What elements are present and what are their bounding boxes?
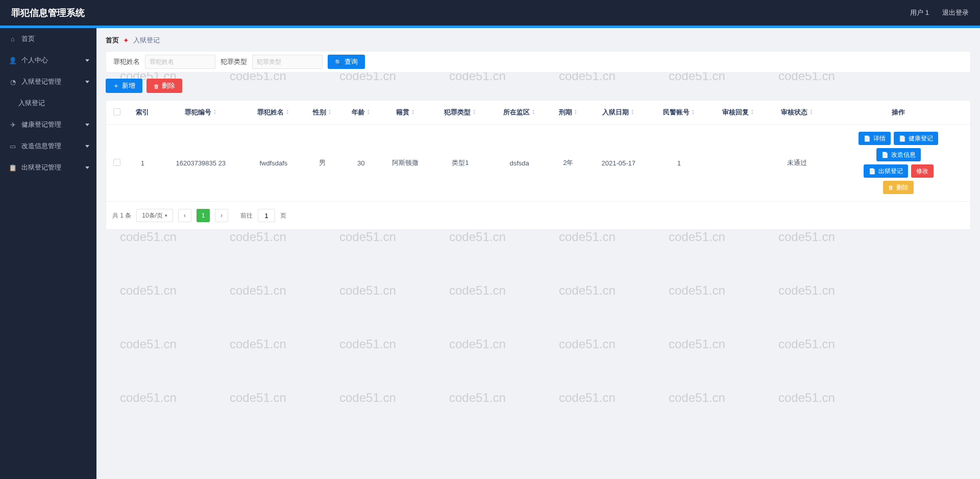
th-sentence[interactable]: 刑期 <box>549 101 588 125</box>
th-ops: 操作 <box>827 101 970 125</box>
sidebar-item-admission-mgmt[interactable]: ◔入狱登记管理 <box>0 71 96 92</box>
sidebar-item-label: 个人中心 <box>21 56 48 65</box>
add-button[interactable]: 新增 <box>106 79 142 93</box>
sidebar-item-reform-mgmt[interactable]: ▭改造信息管理 <box>0 135 96 157</box>
th-reply[interactable]: 审核回复 <box>708 101 768 125</box>
cell-native: 阿斯顿撒 <box>380 125 431 202</box>
pager-page-1[interactable]: 1 <box>197 209 210 222</box>
box-icon: ▭ <box>9 142 16 150</box>
cell-sex: 男 <box>303 125 342 202</box>
sidebar-item-label: 入狱登记 <box>18 99 45 108</box>
sort-icon <box>328 109 332 115</box>
doc-icon <box>899 135 906 142</box>
op-edit-button[interactable]: 修改 <box>911 164 934 178</box>
select-all-checkbox[interactable] <box>113 108 120 115</box>
plus-icon <box>113 81 119 90</box>
breadcrumb: 首页 ✦ 入狱登记 <box>106 36 971 45</box>
data-table-card: 索引 罪犯编号 罪犯姓名 性别 年龄 籍贯 犯罪类型 所在监区 刑期 入狱日期 … <box>106 100 971 230</box>
user-icon: 👤 <box>9 57 16 64</box>
sort-icon <box>213 109 217 115</box>
cell-age: 30 <box>341 125 380 202</box>
search-input-name[interactable] <box>145 55 215 69</box>
cell-name: fwdfsdafs <box>244 125 303 202</box>
row-checkbox[interactable] <box>113 159 120 166</box>
breadcrumb-home[interactable]: 首页 <box>106 36 119 45</box>
trash-icon <box>154 82 159 90</box>
sidebar-item-label: 健康登记管理 <box>21 120 61 129</box>
search-input-type[interactable] <box>252 55 323 69</box>
cell-index: 1 <box>128 125 158 202</box>
pager-goto-input[interactable] <box>258 209 275 222</box>
sort-icon <box>411 109 415 115</box>
sidebar-item-home[interactable]: ⌂首页 <box>0 28 96 50</box>
cell-reply <box>708 125 768 202</box>
app-header: 罪犯信息管理系统 用户 1 退出登录 <box>0 0 980 26</box>
th-name[interactable]: 罪犯姓名 <box>244 101 303 125</box>
breadcrumb-current: 入狱登记 <box>133 36 160 45</box>
sort-icon <box>809 109 813 115</box>
sidebar-item-admission[interactable]: 入狱登记 <box>0 92 96 114</box>
op-delete-button[interactable]: 删除 <box>883 181 914 194</box>
op-reform-button[interactable]: 改造信息 <box>876 148 921 161</box>
pager-perpage[interactable]: 10条/页 ▾ <box>136 209 173 222</box>
cell-police: 1 <box>649 125 708 202</box>
cell-status: 未通过 <box>768 125 827 202</box>
main-content: 首页 ✦ 入狱登记 罪犯姓名 犯罪类型 查询 新增 删除 索引 罪犯编号 罪犯姓… <box>96 28 980 479</box>
home-icon: ⌂ <box>9 35 16 42</box>
sort-icon <box>750 109 754 115</box>
toolbar: 新增 删除 <box>106 79 971 93</box>
sidebar-item-label: 改造信息管理 <box>21 141 61 151</box>
header-user[interactable]: 用户 1 <box>910 8 929 17</box>
sidebar-item-profile[interactable]: 👤个人中心 <box>0 50 96 71</box>
delete-button[interactable]: 删除 <box>146 79 182 93</box>
th-index[interactable]: 索引 <box>128 101 158 125</box>
pager-prev[interactable]: ‹ <box>178 209 191 222</box>
sort-icon <box>472 109 476 115</box>
pager-goto-label: 前往 <box>240 211 253 220</box>
ops-cell: 详情 健康登记 改造信息 出狱登记 修改 删除 <box>855 132 942 194</box>
th-sex[interactable]: 性别 <box>303 101 342 125</box>
cell-no: 16203739835 23 <box>158 125 244 202</box>
doc-icon <box>864 135 871 142</box>
sort-icon <box>630 109 634 115</box>
cell-type: 类型1 <box>431 125 490 202</box>
search-icon <box>335 58 342 66</box>
th-native[interactable]: 籍贯 <box>380 101 431 125</box>
th-date[interactable]: 入狱日期 <box>587 101 649 125</box>
header-logout[interactable]: 退出登录 <box>942 8 969 17</box>
wrench-icon: ✦ <box>123 36 129 44</box>
pager-total: 共 1 条 <box>112 211 131 220</box>
th-age[interactable]: 年龄 <box>341 101 380 125</box>
th-police[interactable]: 民警账号 <box>649 101 708 125</box>
sort-icon <box>574 109 578 115</box>
sidebar-item-health-mgmt[interactable]: ✈健康登记管理 <box>0 114 96 135</box>
sort-icon <box>366 109 371 115</box>
op-detail-button[interactable]: 详情 <box>859 132 891 145</box>
send-icon: ✈ <box>9 121 16 128</box>
table-header-row: 索引 罪犯编号 罪犯姓名 性别 年龄 籍贯 犯罪类型 所在监区 刑期 入狱日期 … <box>106 101 970 125</box>
app-title: 罪犯信息管理系统 <box>11 7 85 19</box>
cell-sentence: 2年 <box>549 125 588 202</box>
th-status[interactable]: 审核状态 <box>768 101 827 125</box>
cell-area: dsfsda <box>490 125 549 202</box>
pager-next[interactable]: › <box>215 209 228 222</box>
search-label-type: 犯罪类型 <box>220 57 247 66</box>
th-type[interactable]: 犯罪类型 <box>431 101 490 125</box>
doc-icon <box>881 151 889 158</box>
search-label-name: 罪犯姓名 <box>113 57 140 66</box>
table-row: 1 16203739835 23 fwdfsdafs 男 30 阿斯顿撒 类型1… <box>106 125 970 202</box>
clip-icon: 📋 <box>9 164 16 171</box>
th-area[interactable]: 所在监区 <box>490 101 549 125</box>
sort-icon <box>691 109 695 115</box>
search-button[interactable]: 查询 <box>328 55 365 69</box>
sort-icon <box>285 109 289 115</box>
sidebar-item-release-mgmt[interactable]: 📋出狱登记管理 <box>0 157 96 178</box>
sidebar-item-label: 首页 <box>21 34 35 43</box>
data-table: 索引 罪犯编号 罪犯姓名 性别 年龄 籍贯 犯罪类型 所在监区 刑期 入狱日期 … <box>106 101 970 202</box>
sidebar-item-label: 出狱登记管理 <box>21 163 61 172</box>
op-health-button[interactable]: 健康登记 <box>894 132 938 145</box>
sidebar-item-label: 入狱登记管理 <box>21 77 61 86</box>
op-release-button[interactable]: 出狱登记 <box>864 164 908 178</box>
th-no[interactable]: 罪犯编号 <box>158 101 244 125</box>
clock-icon: ◔ <box>9 78 16 85</box>
